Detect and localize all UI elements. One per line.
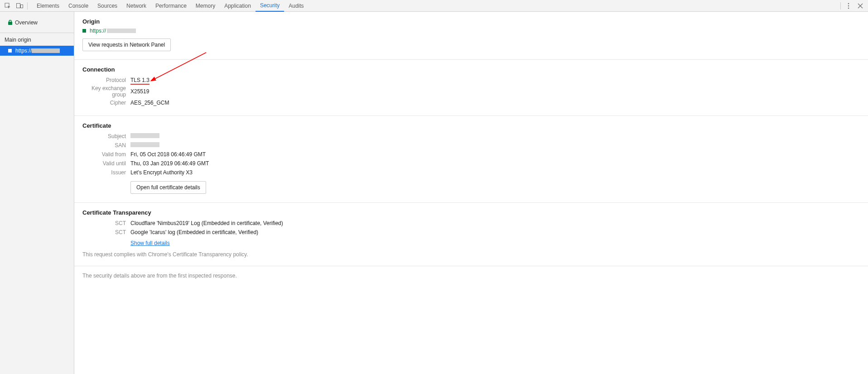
key-exchange-value: X25519 bbox=[130, 88, 149, 95]
redacted-san bbox=[130, 142, 159, 147]
svg-point-3 bbox=[848, 3, 849, 4]
view-requests-button[interactable]: View requests in Network Panel bbox=[82, 38, 171, 51]
key-exchange-label: Key exchange group bbox=[82, 85, 130, 98]
sidebar-origin-item[interactable]: https:// bbox=[0, 46, 74, 56]
tab-network[interactable]: Network bbox=[122, 0, 151, 12]
tab-application[interactable]: Application bbox=[220, 0, 256, 12]
issuer-label: Issuer bbox=[82, 169, 130, 176]
connection-heading: Connection bbox=[82, 66, 860, 73]
valid-until-label: Valid until bbox=[82, 160, 130, 167]
origin-url-row: https:// bbox=[82, 28, 860, 34]
svg-point-4 bbox=[848, 5, 849, 6]
san-label: SAN bbox=[82, 142, 130, 149]
footer-note: The security details above are from the … bbox=[74, 266, 868, 285]
certificate-heading: Certificate bbox=[82, 122, 860, 129]
sidebar-origin-prefix: https:// bbox=[15, 48, 32, 54]
ct-compliance-note: This request complies with Chrome's Cert… bbox=[82, 251, 860, 258]
kebab-menu-icon[interactable] bbox=[843, 0, 854, 12]
cipher-label: Cipher bbox=[82, 100, 130, 106]
origin-url-prefix: https:// bbox=[90, 28, 106, 34]
close-icon[interactable] bbox=[854, 0, 866, 12]
origin-heading: Origin bbox=[82, 18, 860, 25]
device-toggle-icon[interactable] bbox=[14, 0, 25, 12]
sidebar-main-origin-heading: Main origin bbox=[0, 33, 74, 46]
svg-rect-6 bbox=[8, 22, 12, 25]
sct-label: SCT bbox=[82, 229, 130, 235]
tab-memory[interactable]: Memory bbox=[191, 0, 220, 12]
toolbar-separator bbox=[27, 2, 28, 10]
ct-section: Certificate Transparency SCT Cloudflare … bbox=[74, 203, 868, 266]
valid-until-value: Thu, 03 Jan 2019 06:46:49 GMT bbox=[130, 160, 209, 167]
origin-section: Origin https:// View requests in Network… bbox=[74, 12, 868, 60]
subject-label: Subject bbox=[82, 133, 130, 139]
security-sidebar: Overview Main origin https:// bbox=[0, 12, 74, 374]
show-full-details-link[interactable]: Show full details bbox=[130, 240, 170, 246]
inspect-element-icon[interactable] bbox=[2, 0, 14, 12]
svg-point-5 bbox=[848, 7, 849, 9]
sidebar-overview[interactable]: Overview bbox=[0, 17, 74, 28]
sct-value-1: Cloudflare 'Nimbus2019' Log (Embedded in… bbox=[130, 220, 283, 226]
cipher-value: AES_256_GCM bbox=[130, 100, 169, 106]
tab-audits[interactable]: Audits bbox=[284, 0, 308, 12]
tab-performance[interactable]: Performance bbox=[151, 0, 191, 12]
devtools-toolbar: Elements Console Sources Network Perform… bbox=[0, 0, 868, 12]
tab-elements[interactable]: Elements bbox=[32, 0, 64, 12]
connection-section: Connection Protocol TLS 1.3 Key exchange… bbox=[74, 60, 868, 116]
issuer-value: Let's Encrypt Authority X3 bbox=[130, 169, 193, 176]
ct-heading: Certificate Transparency bbox=[82, 209, 860, 216]
toolbar-separator bbox=[840, 2, 841, 10]
sidebar-overview-label: Overview bbox=[15, 19, 38, 26]
svg-rect-1 bbox=[16, 4, 20, 8]
devtools-tabs: Elements Console Sources Network Perform… bbox=[29, 0, 839, 11]
origin-status-icon bbox=[8, 49, 12, 53]
certificate-section: Certificate Subject SAN Valid from Fri, … bbox=[74, 116, 868, 203]
svg-rect-2 bbox=[20, 5, 23, 8]
sct-value-2: Google 'Icarus' log (Embedded in certifi… bbox=[130, 229, 258, 235]
protocol-value: TLS 1.3 bbox=[130, 77, 149, 85]
sct-label: SCT bbox=[82, 220, 130, 226]
redacted-host bbox=[32, 48, 60, 53]
tab-sources[interactable]: Sources bbox=[93, 0, 122, 12]
tab-security[interactable]: Security bbox=[256, 0, 284, 12]
security-panel: Origin https:// View requests in Network… bbox=[74, 12, 868, 374]
valid-from-label: Valid from bbox=[82, 151, 130, 158]
redacted-host bbox=[107, 29, 136, 33]
tab-console[interactable]: Console bbox=[64, 0, 93, 12]
valid-from-value: Fri, 05 Oct 2018 06:46:49 GMT bbox=[130, 151, 206, 158]
origin-secure-icon bbox=[82, 29, 86, 33]
protocol-label: Protocol bbox=[82, 77, 130, 83]
open-certificate-button[interactable]: Open full certificate details bbox=[130, 181, 206, 194]
lock-icon bbox=[8, 20, 12, 26]
redacted-subject bbox=[130, 133, 159, 138]
